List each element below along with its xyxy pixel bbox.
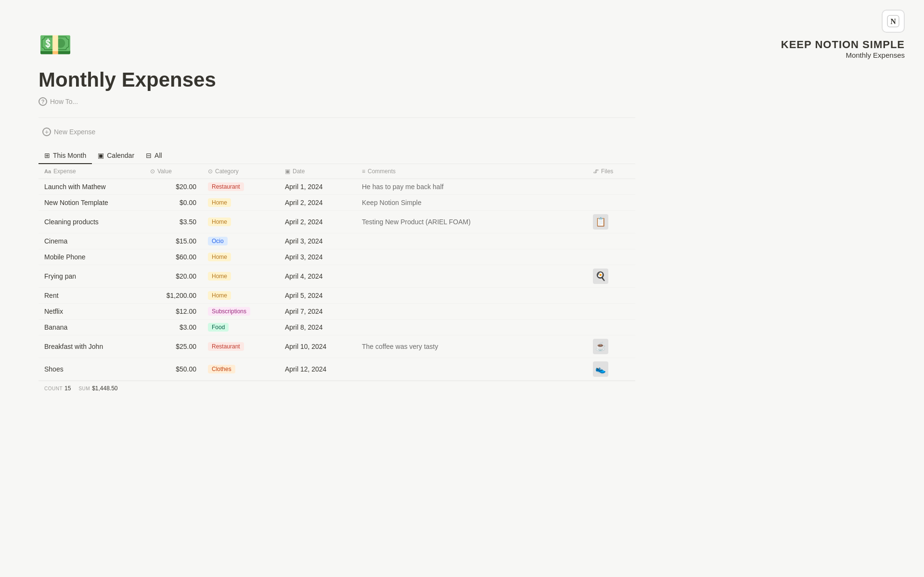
- table-row[interactable]: New Notion Template $0.00 Home April 2, …: [38, 195, 635, 211]
- file-thumbnail: 📋: [593, 214, 608, 230]
- expense-cell: New Notion Template: [38, 195, 144, 211]
- value-cell: $3.00: [144, 320, 202, 335]
- table-row[interactable]: Netflix $12.00 Subscriptions April 7, 20…: [38, 304, 635, 320]
- file-cell: [587, 288, 635, 304]
- value-cell: $1,200.00: [144, 288, 202, 304]
- category-badge: Home: [208, 198, 231, 207]
- date-cell: April 7, 2024: [279, 304, 356, 320]
- table-row[interactable]: Frying pan $20.00 Home April 4, 2024 🍳: [38, 265, 635, 288]
- file-thumbnail: 🍳: [593, 269, 608, 284]
- comments-cell: Keep Notion Simple: [356, 195, 587, 211]
- tab-calendar[interactable]: ▣ Calendar: [92, 148, 140, 164]
- tab-all[interactable]: ⊟ All: [140, 148, 168, 164]
- value-cell: $15.00: [144, 233, 202, 249]
- table-header-row: Aa Expense ⊙ Value ⊙ Category: [38, 164, 635, 179]
- category-badge: Home: [208, 291, 231, 300]
- comments-cell: [356, 288, 587, 304]
- col-header-date: ▣ Date: [279, 164, 356, 179]
- expenses-table: Aa Expense ⊙ Value ⊙ Category: [38, 164, 635, 381]
- expense-cell: Breakfast with John: [38, 335, 144, 358]
- category-badge: Food: [208, 323, 229, 332]
- svg-text:N: N: [890, 17, 896, 26]
- expense-cell: Frying pan: [38, 265, 144, 288]
- plus-icon: +: [42, 128, 51, 136]
- table-row[interactable]: Shoes $50.00 Clothes April 12, 2024 👟: [38, 358, 635, 381]
- date-cell: April 1, 2024: [279, 179, 356, 195]
- aa-icon: Aa: [44, 168, 51, 174]
- category-badge: Subscriptions: [208, 307, 250, 316]
- tab-all-label: All: [154, 152, 162, 159]
- comments-cell: [356, 358, 587, 381]
- expense-cell: Launch with Mathew: [38, 179, 144, 195]
- divider: [38, 117, 635, 118]
- expense-cell: Mobile Phone: [38, 249, 144, 265]
- category-cell: Subscriptions: [202, 304, 279, 320]
- category-cell: Home: [202, 249, 279, 265]
- how-to-link[interactable]: ? How To...: [38, 97, 635, 106]
- col-header-files: 🖇 Files: [587, 164, 635, 179]
- value-cell: $3.50: [144, 211, 202, 233]
- tab-calendar-icon: ▣: [98, 152, 104, 159]
- date-cell: April 3, 2024: [279, 233, 356, 249]
- table-footer: COUNT 15 SUM $1,448.50: [38, 381, 635, 396]
- file-cell: 👟: [587, 358, 635, 381]
- category-cell: Clothes: [202, 358, 279, 381]
- table-row[interactable]: Cleaning products $3.50 Home April 2, 20…: [38, 211, 635, 233]
- file-cell: 🍳: [587, 265, 635, 288]
- category-cell: Food: [202, 320, 279, 335]
- date-col-icon: ▣: [285, 168, 290, 175]
- expense-cell: Cleaning products: [38, 211, 144, 233]
- category-badge: Home: [208, 218, 231, 226]
- file-cell: [587, 195, 635, 211]
- table-row[interactable]: Launch with Mathew $20.00 Restaurant Apr…: [38, 179, 635, 195]
- table-row[interactable]: Mobile Phone $60.00 Home April 3, 2024: [38, 249, 635, 265]
- comments-col-icon: ≡: [362, 168, 365, 175]
- file-thumbnail: 👟: [593, 361, 608, 377]
- top-branding: N KEEP NOTION SIMPLE Monthly Expenses: [781, 10, 905, 59]
- date-cell: April 2, 2024: [279, 211, 356, 233]
- comments-cell: He has to pay me back half: [356, 179, 587, 195]
- category-badge: Ocio: [208, 237, 228, 245]
- file-cell: [587, 320, 635, 335]
- count-value: 15: [64, 385, 71, 392]
- table-row[interactable]: Breakfast with John $25.00 Restaurant Ap…: [38, 335, 635, 358]
- tab-this-month[interactable]: ⊞ This Month: [38, 148, 92, 164]
- date-cell: April 8, 2024: [279, 320, 356, 335]
- date-cell: April 10, 2024: [279, 335, 356, 358]
- category-cell: Home: [202, 195, 279, 211]
- file-cell: 📋: [587, 211, 635, 233]
- file-cell: ☕: [587, 335, 635, 358]
- category-cell: Ocio: [202, 233, 279, 249]
- footer-sum: SUM $1,448.50: [78, 385, 117, 392]
- category-cell: Restaurant: [202, 179, 279, 195]
- page-title: Monthly Expenses: [38, 68, 635, 91]
- category-badge: Restaurant: [208, 342, 244, 351]
- table-row[interactable]: Rent $1,200.00 Home April 5, 2024: [38, 288, 635, 304]
- how-to-label: How To...: [50, 98, 78, 105]
- expense-cell: Netflix: [38, 304, 144, 320]
- col-header-value: ⊙ Value: [144, 164, 202, 179]
- tabs-bar: ⊞ This Month ▣ Calendar ⊟ All: [38, 148, 635, 164]
- value-cell: $20.00: [144, 179, 202, 195]
- footer-count: COUNT 15: [44, 385, 71, 392]
- comments-cell: Testing New Product (ARIEL FOAM): [356, 211, 587, 233]
- file-thumbnail: ☕: [593, 339, 608, 354]
- brand-subtitle: Monthly Expenses: [846, 51, 905, 59]
- expense-cell: Cinema: [38, 233, 144, 249]
- table-row[interactable]: Cinema $15.00 Ocio April 3, 2024: [38, 233, 635, 249]
- value-col-icon: ⊙: [150, 168, 155, 175]
- table-row[interactable]: Banana $3.00 Food April 8, 2024: [38, 320, 635, 335]
- comments-cell: [356, 265, 587, 288]
- value-cell: $20.00: [144, 265, 202, 288]
- value-cell: $12.00: [144, 304, 202, 320]
- expense-cell: Rent: [38, 288, 144, 304]
- new-expense-button[interactable]: + New Expense: [38, 126, 99, 138]
- file-cell: [587, 179, 635, 195]
- category-badge: Home: [208, 253, 231, 261]
- page-emoji: 💵: [38, 29, 635, 61]
- brand-title: KEEP NOTION SIMPLE: [781, 38, 905, 51]
- files-col-icon: 🖇: [593, 168, 599, 175]
- tab-this-month-label: This Month: [53, 152, 86, 159]
- expenses-table-container: Aa Expense ⊙ Value ⊙ Category: [38, 164, 635, 396]
- count-label: COUNT: [44, 386, 63, 391]
